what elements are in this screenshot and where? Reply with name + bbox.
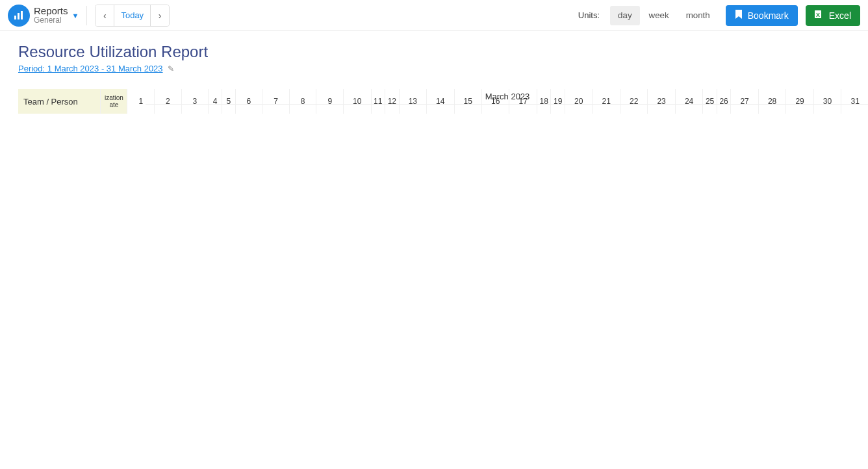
module-name: Reports <box>34 6 68 17</box>
unit-week[interactable]: week <box>641 6 677 25</box>
pencil-icon[interactable]: ✎ <box>168 64 174 73</box>
topbar: Reports General ▼ ‹ Today › Units: daywe… <box>0 0 868 31</box>
period-link[interactable]: Period: 1 March 2023 - 31 March 2023 <box>18 64 163 73</box>
excel-label: Excel <box>829 10 851 21</box>
excel-button[interactable]: X Excel <box>806 5 860 26</box>
table-wrap: March 2023 Team / Personization ate12345… <box>18 89 868 114</box>
units-group: dayweekmonth <box>610 6 718 25</box>
page-title: Resource Utilization Report <box>18 43 868 61</box>
unit-day[interactable]: day <box>610 6 640 25</box>
module-sub: General <box>34 16 68 25</box>
svg-text:X: X <box>816 12 820 18</box>
module-selector[interactable]: Reports General ▼ <box>8 5 79 27</box>
today-button[interactable]: Today <box>114 5 151 26</box>
svg-rect-0 <box>14 16 16 19</box>
excel-icon: X <box>815 10 824 21</box>
date-nav: ‹ Today › <box>95 5 170 27</box>
chevron-down-icon: ▼ <box>72 12 79 19</box>
prev-button[interactable]: ‹ <box>96 5 114 26</box>
reports-icon <box>8 5 30 27</box>
unit-month[interactable]: month <box>678 6 718 25</box>
content: Resource Utilization Report Period: 1 Ma… <box>0 31 868 114</box>
bookmark-label: Bookmark <box>748 10 789 21</box>
bookmark-button[interactable]: Bookmark <box>726 5 798 26</box>
units-label: Units: <box>578 10 600 20</box>
col-header-rate[interactable]: ization ate <box>101 89 127 114</box>
next-button[interactable]: › <box>151 5 169 26</box>
month-header: March 2023 <box>146 89 868 105</box>
bookmark-icon <box>735 10 743 21</box>
col-header-name[interactable]: Team / Person <box>18 89 101 114</box>
svg-rect-1 <box>18 13 19 19</box>
svg-rect-2 <box>21 11 23 19</box>
divider <box>86 6 87 25</box>
